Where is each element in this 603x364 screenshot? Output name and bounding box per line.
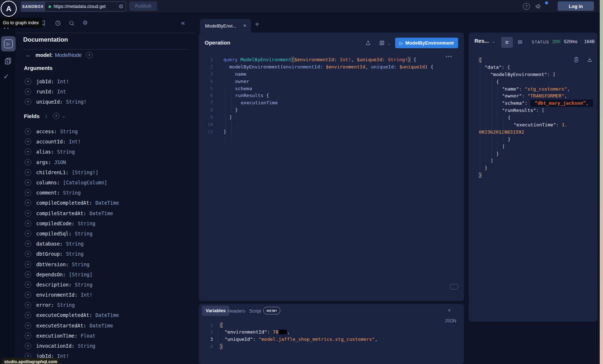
field-row[interactable]: childrenL1: [String!] [25,167,188,177]
field-type[interactable]: String [75,282,93,288]
add-field-icon[interactable] [25,99,31,105]
field-type[interactable]: String [63,190,81,196]
field-row[interactable]: compiledSql: String [25,229,188,239]
field-row[interactable]: compileStartedAt: DateTime [25,208,188,218]
publish-button[interactable]: Publish [129,1,157,11]
field-type[interactable]: String [57,149,75,155]
add-field-icon[interactable] [25,302,31,308]
field-name[interactable]: args: [36,159,51,165]
add-field-icon[interactable] [25,230,31,237]
run-operation-button[interactable]: ▷ ModelByEnvironment [395,38,458,48]
field-name[interactable]: accountId: [36,139,66,145]
add-field-icon[interactable] [25,78,31,85]
add-field-icon[interactable] [25,312,31,318]
keyboard-shortcuts-icon[interactable]: ··· [450,284,458,289]
variables-editor[interactable]: 1{2"environmentId": 78,3"uniqueId": "mod… [199,322,464,351]
field-row[interactable]: compiledCode: String [25,218,188,229]
add-field-icon[interactable] [25,159,31,166]
field-row[interactable]: args: JSON [25,157,188,167]
operation-tab[interactable]: ModelByEnvi... ✕ [200,19,251,33]
field-name[interactable]: jobId: [36,79,54,84]
add-type-icon[interactable] [86,52,93,58]
field-row[interactable]: description: String [25,280,188,290]
field-type[interactable]: String [72,262,89,267]
close-tab-icon[interactable]: ✕ [243,23,247,28]
settings-gear-icon[interactable]: ⚙ [83,19,88,26]
add-all-fields-icon[interactable] [53,113,59,119]
endpoint-url-field[interactable]: https://metadata.cloud.get ⚙ [45,2,126,11]
field-type[interactable]: Int [57,89,66,95]
field-row[interactable]: uniqueId: String! [25,97,188,107]
field-type[interactable]: String! [66,99,87,105]
save-dropdown-icon[interactable]: ⌄ [388,41,391,46]
field-row[interactable]: executionTime: Float [25,331,188,341]
tab-script[interactable]: Script [249,308,261,314]
field-row[interactable]: dbtGroup: String [25,249,188,259]
raw-view-toggle[interactable] [501,37,513,48]
field-type[interactable]: String [57,302,75,308]
field-type[interactable]: String [78,221,96,226]
field-type[interactable]: DateTime [89,323,113,329]
add-field-icon[interactable] [25,189,31,196]
field-row[interactable]: executeStartedAt: DateTime [25,321,188,331]
graph-index-icon[interactable] [4,28,9,29]
field-type[interactable]: Int! [57,79,69,84]
field-name[interactable]: compiledSql: [36,231,72,237]
field-type[interactable]: String [60,129,78,134]
field-row[interactable]: database: String [25,239,188,249]
field-name[interactable]: access: [36,129,57,134]
sidebar-item-checks[interactable]: ✓ [3,72,9,81]
field-row[interactable]: columns: [CatalogColumn] [25,177,188,188]
field-name[interactable]: invocationId: [36,343,75,349]
field-row[interactable]: error: String [25,300,188,310]
add-field-icon[interactable] [25,271,31,278]
field-name[interactable]: executionTime: [36,333,78,339]
field-row[interactable]: invocationId: String [25,341,188,351]
add-field-icon[interactable] [25,322,31,329]
field-type[interactable]: [String] [69,272,92,277]
add-field-icon[interactable] [25,281,31,288]
add-field-icon[interactable] [25,88,31,95]
field-name[interactable]: dbtVersion: [36,262,68,267]
field-name[interactable]: executeCompletedAt: [36,312,92,318]
field-type[interactable]: Int! [57,353,69,359]
field-name[interactable]: executeStartedAt: [36,323,86,329]
response-dropdown-icon[interactable]: ⌄ [492,39,495,44]
apollo-logo-icon[interactable]: A [1,1,17,17]
add-field-icon[interactable] [25,138,31,145]
field-type[interactable]: DateTime [95,200,119,206]
new-tab-icon[interactable]: + [255,20,259,29]
sidebar-item-explorer[interactable]: ▷ [1,36,16,51]
field-row[interactable]: access: String [25,126,188,137]
field-type[interactable]: [String!] [72,170,98,175]
add-field-icon[interactable] [25,251,31,257]
table-view-toggle[interactable] [517,39,523,45]
add-field-icon[interactable] [25,148,31,155]
fields-chevron-icon[interactable]: ⌄ [62,114,65,118]
history-icon[interactable] [55,20,61,26]
tab-headers[interactable]: Headers [227,308,245,314]
field-type[interactable]: Int! [69,139,81,145]
field-name[interactable]: childrenL1: [36,170,68,175]
add-field-icon[interactable] [25,179,31,186]
field-row[interactable]: jobId: Int! [25,76,188,87]
collapse-variables-icon[interactable]: » [447,309,453,311]
field-type[interactable]: Float [81,333,96,339]
field-row[interactable]: executeCompletedAt: DateTime [25,310,188,320]
add-field-icon[interactable] [25,169,31,176]
sidebar-item-schema[interactable] [4,57,12,66]
login-button[interactable]: Log in [558,1,594,11]
field-type[interactable]: JSON [54,159,66,165]
add-field-icon[interactable] [25,128,31,135]
field-type[interactable]: [CatalogColumn] [63,180,107,185]
field-row[interactable]: compileCompletedAt: DateTime [25,198,188,208]
field-name[interactable]: compiledCode: [36,221,75,226]
share-icon[interactable] [365,40,371,46]
docs-type-name[interactable]: ModelNode [55,52,82,58]
field-name[interactable]: dbtGroup: [36,251,63,257]
back-arrow-icon[interactable]: ← [25,52,31,58]
announcements-icon[interactable] [535,3,542,10]
add-field-icon[interactable] [25,210,31,217]
field-row[interactable]: accountId: Int! [25,137,188,147]
field-name[interactable]: columns: [36,180,60,185]
